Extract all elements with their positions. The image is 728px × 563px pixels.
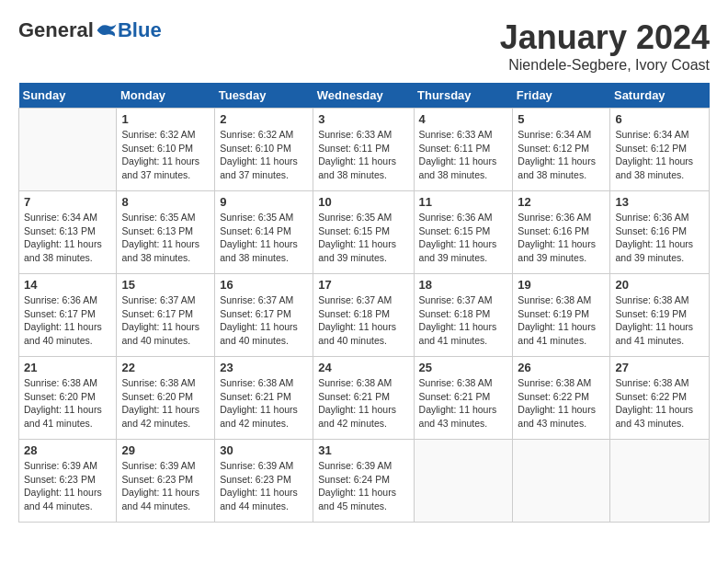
calendar-cell: 31Sunrise: 6:39 AM Sunset: 6:24 PM Dayli… — [313, 440, 414, 523]
calendar-cell: 8Sunrise: 6:35 AM Sunset: 6:13 PM Daylig… — [117, 191, 215, 274]
day-number: 12 — [518, 195, 605, 209]
day-number: 5 — [518, 112, 605, 126]
calendar-cell — [610, 440, 710, 523]
calendar-cell: 1Sunrise: 6:32 AM Sunset: 6:10 PM Daylig… — [117, 109, 215, 191]
calendar-week-row: 28Sunrise: 6:39 AM Sunset: 6:23 PM Dayli… — [19, 440, 710, 523]
day-number: 2 — [220, 112, 308, 126]
day-info: Sunrise: 6:33 AM Sunset: 6:11 PM Dayligh… — [419, 128, 508, 182]
day-number: 13 — [615, 195, 704, 209]
calendar-cell — [513, 440, 610, 523]
day-info: Sunrise: 6:36 AM Sunset: 6:16 PM Dayligh… — [615, 211, 704, 265]
day-number: 30 — [220, 443, 308, 457]
day-number: 11 — [419, 195, 508, 209]
calendar-cell: 7Sunrise: 6:34 AM Sunset: 6:13 PM Daylig… — [19, 191, 117, 274]
day-of-week-header: Friday — [513, 83, 610, 109]
day-info: Sunrise: 6:34 AM Sunset: 6:12 PM Dayligh… — [615, 128, 704, 182]
calendar-cell: 28Sunrise: 6:39 AM Sunset: 6:23 PM Dayli… — [19, 440, 117, 523]
calendar-cell: 10Sunrise: 6:35 AM Sunset: 6:15 PM Dayli… — [313, 191, 414, 274]
day-of-week-header: Thursday — [414, 83, 513, 109]
day-info: Sunrise: 6:38 AM Sunset: 6:20 PM Dayligh… — [121, 376, 210, 431]
day-info: Sunrise: 6:38 AM Sunset: 6:22 PM Dayligh… — [518, 376, 605, 431]
calendar-cell: 5Sunrise: 6:34 AM Sunset: 6:12 PM Daylig… — [513, 109, 610, 191]
day-number: 9 — [220, 195, 308, 209]
logo: General Blue — [18, 18, 162, 42]
day-info: Sunrise: 6:39 AM Sunset: 6:24 PM Dayligh… — [318, 459, 408, 513]
calendar-cell: 19Sunrise: 6:38 AM Sunset: 6:19 PM Dayli… — [513, 274, 610, 357]
day-of-week-header: Wednesday — [313, 83, 414, 109]
title-block: January 2024 Niendele-Segbere, Ivory Coa… — [500, 18, 710, 74]
day-number: 16 — [220, 278, 308, 292]
day-number: 29 — [121, 443, 210, 457]
day-info: Sunrise: 6:38 AM Sunset: 6:21 PM Dayligh… — [220, 376, 308, 431]
day-info: Sunrise: 6:37 AM Sunset: 6:17 PM Dayligh… — [121, 293, 210, 348]
day-info: Sunrise: 6:35 AM Sunset: 6:13 PM Dayligh… — [121, 211, 210, 265]
day-info: Sunrise: 6:37 AM Sunset: 6:18 PM Dayligh… — [318, 293, 408, 348]
calendar-header-row: SundayMondayTuesdayWednesdayThursdayFrid… — [19, 83, 710, 109]
day-info: Sunrise: 6:35 AM Sunset: 6:14 PM Dayligh… — [220, 211, 308, 265]
day-info: Sunrise: 6:38 AM Sunset: 6:21 PM Dayligh… — [318, 376, 408, 431]
calendar-cell: 18Sunrise: 6:37 AM Sunset: 6:18 PM Dayli… — [414, 274, 513, 357]
day-of-week-header: Tuesday — [215, 83, 313, 109]
day-number: 3 — [318, 112, 408, 126]
calendar-cell: 2Sunrise: 6:32 AM Sunset: 6:10 PM Daylig… — [215, 109, 313, 191]
day-number: 28 — [24, 443, 111, 457]
calendar-cell: 16Sunrise: 6:37 AM Sunset: 6:17 PM Dayli… — [215, 274, 313, 357]
calendar-cell: 25Sunrise: 6:38 AM Sunset: 6:21 PM Dayli… — [414, 357, 513, 440]
day-number: 18 — [419, 278, 508, 292]
day-of-week-header: Sunday — [19, 83, 117, 109]
day-info: Sunrise: 6:33 AM Sunset: 6:11 PM Dayligh… — [318, 128, 408, 182]
calendar-cell: 23Sunrise: 6:38 AM Sunset: 6:21 PM Dayli… — [215, 357, 313, 440]
calendar-week-row: 21Sunrise: 6:38 AM Sunset: 6:20 PM Dayli… — [19, 357, 710, 440]
day-number: 22 — [121, 361, 210, 374]
calendar-cell — [414, 440, 513, 523]
calendar-cell: 21Sunrise: 6:38 AM Sunset: 6:20 PM Dayli… — [19, 357, 117, 440]
calendar-week-row: 1Sunrise: 6:32 AM Sunset: 6:10 PM Daylig… — [19, 109, 710, 191]
day-number: 8 — [121, 195, 210, 209]
day-info: Sunrise: 6:37 AM Sunset: 6:18 PM Dayligh… — [419, 293, 508, 348]
day-info: Sunrise: 6:35 AM Sunset: 6:15 PM Dayligh… — [318, 211, 408, 265]
day-number: 14 — [24, 278, 111, 292]
calendar-cell: 30Sunrise: 6:39 AM Sunset: 6:23 PM Dayli… — [215, 440, 313, 523]
day-number: 15 — [121, 278, 210, 292]
day-number: 24 — [318, 361, 408, 374]
calendar-cell: 14Sunrise: 6:36 AM Sunset: 6:17 PM Dayli… — [19, 274, 117, 357]
calendar-cell: 3Sunrise: 6:33 AM Sunset: 6:11 PM Daylig… — [313, 109, 414, 191]
day-of-week-header: Monday — [117, 83, 215, 109]
day-number: 10 — [318, 195, 408, 209]
day-of-week-header: Saturday — [610, 83, 710, 109]
month-title: January 2024 — [500, 18, 710, 57]
calendar-cell: 27Sunrise: 6:38 AM Sunset: 6:22 PM Dayli… — [610, 357, 710, 440]
day-number: 31 — [318, 443, 408, 457]
day-info: Sunrise: 6:38 AM Sunset: 6:19 PM Dayligh… — [518, 293, 605, 348]
logo-blue: Blue — [118, 18, 162, 42]
day-info: Sunrise: 6:36 AM Sunset: 6:15 PM Dayligh… — [419, 211, 508, 265]
logo-bird-icon — [96, 21, 118, 40]
day-info: Sunrise: 6:38 AM Sunset: 6:22 PM Dayligh… — [615, 376, 704, 431]
day-number: 19 — [518, 278, 605, 292]
day-number: 17 — [318, 278, 408, 292]
calendar-cell: 12Sunrise: 6:36 AM Sunset: 6:16 PM Dayli… — [513, 191, 610, 274]
day-info: Sunrise: 6:38 AM Sunset: 6:21 PM Dayligh… — [419, 376, 508, 431]
day-info: Sunrise: 6:37 AM Sunset: 6:17 PM Dayligh… — [220, 293, 308, 348]
day-number: 26 — [518, 361, 605, 374]
day-number: 6 — [615, 112, 704, 126]
calendar-cell — [19, 109, 117, 191]
calendar-cell: 9Sunrise: 6:35 AM Sunset: 6:14 PM Daylig… — [215, 191, 313, 274]
calendar-cell: 13Sunrise: 6:36 AM Sunset: 6:16 PM Dayli… — [610, 191, 710, 274]
calendar-cell: 29Sunrise: 6:39 AM Sunset: 6:23 PM Dayli… — [117, 440, 215, 523]
calendar-cell: 11Sunrise: 6:36 AM Sunset: 6:15 PM Dayli… — [414, 191, 513, 274]
day-info: Sunrise: 6:32 AM Sunset: 6:10 PM Dayligh… — [220, 128, 308, 182]
calendar-cell: 20Sunrise: 6:38 AM Sunset: 6:19 PM Dayli… — [610, 274, 710, 357]
logo-general: General — [18, 18, 94, 42]
calendar-cell: 26Sunrise: 6:38 AM Sunset: 6:22 PM Dayli… — [513, 357, 610, 440]
calendar-cell: 15Sunrise: 6:37 AM Sunset: 6:17 PM Dayli… — [117, 274, 215, 357]
day-number: 23 — [220, 361, 308, 374]
day-info: Sunrise: 6:34 AM Sunset: 6:12 PM Dayligh… — [518, 128, 605, 182]
calendar-cell: 6Sunrise: 6:34 AM Sunset: 6:12 PM Daylig… — [610, 109, 710, 191]
day-info: Sunrise: 6:38 AM Sunset: 6:20 PM Dayligh… — [24, 376, 111, 431]
calendar-cell: 4Sunrise: 6:33 AM Sunset: 6:11 PM Daylig… — [414, 109, 513, 191]
day-number: 4 — [419, 112, 508, 126]
day-number: 20 — [615, 278, 704, 292]
calendar-week-row: 14Sunrise: 6:36 AM Sunset: 6:17 PM Dayli… — [19, 274, 710, 357]
day-info: Sunrise: 6:36 AM Sunset: 6:16 PM Dayligh… — [518, 211, 605, 265]
